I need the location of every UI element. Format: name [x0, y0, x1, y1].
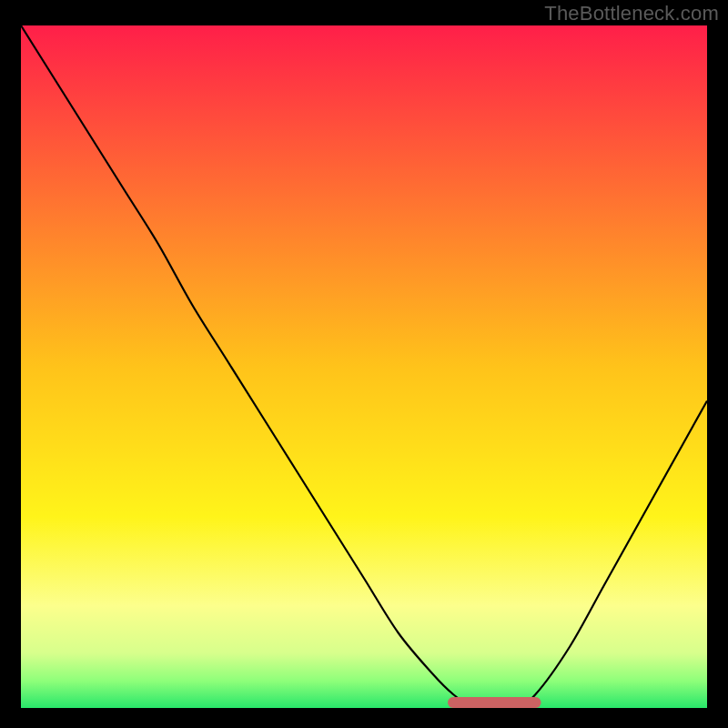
plot-area — [21, 25, 707, 708]
chart-frame: TheBottleneck.com — [0, 0, 728, 728]
gradient-background — [21, 25, 707, 708]
attribution-label: TheBottleneck.com — [544, 2, 719, 25]
chart-svg — [21, 25, 707, 708]
